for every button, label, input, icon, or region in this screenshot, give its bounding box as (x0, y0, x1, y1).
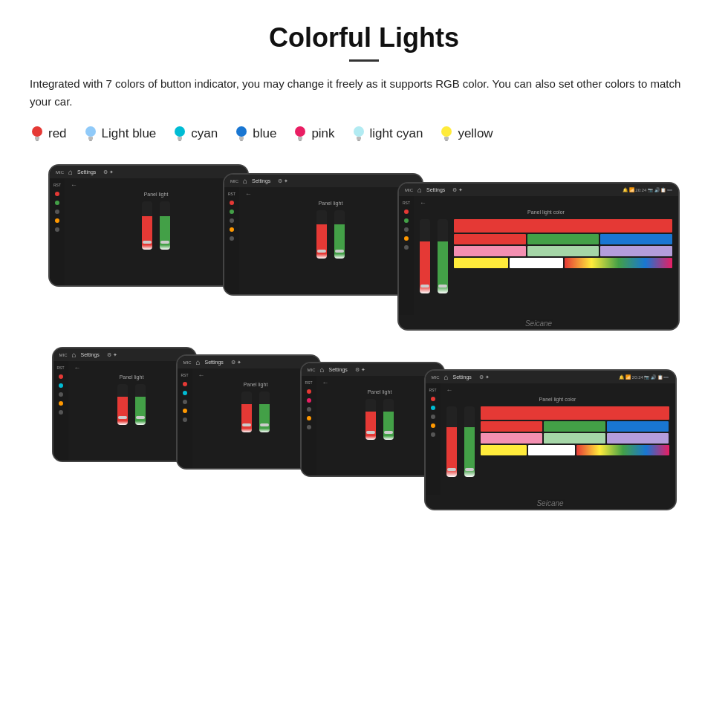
cell-red-b4[interactable] (481, 406, 669, 420)
slider-handle-red-3[interactable] (420, 285, 429, 288)
back-arrow-1: ← (71, 181, 241, 189)
dot-g2-b4 (431, 432, 435, 437)
dot-o-b4 (431, 423, 435, 428)
status-time-b4: 🔔 📶 20:24 📷 🔊 📋 ➖ (619, 374, 669, 380)
dot-o-b2 (183, 409, 187, 413)
settings-b2: Settings (205, 360, 224, 365)
green-slider-b3[interactable] (383, 399, 394, 440)
slider-handle-gb3[interactable] (384, 431, 393, 434)
sidebar-b3: RST (302, 376, 316, 475)
settings-label-2: Settings (252, 178, 270, 184)
panel-color-content (420, 219, 672, 293)
panel-label-1: Panel light (71, 192, 241, 197)
cell-green[interactable] (527, 234, 599, 244)
cell-rainbow-b4[interactable] (576, 445, 669, 455)
yellow-bulb-icon (439, 124, 454, 143)
device-top-1: MIC ⌂ Settings ⚙ ✦ RST ← (48, 164, 249, 287)
red-slider-1[interactable] (142, 201, 152, 250)
red-slider-b1[interactable] (117, 384, 128, 425)
sliders-2 (245, 210, 416, 259)
mic-b3: MIC (308, 368, 316, 372)
dot-g2-b3 (307, 425, 311, 429)
slider-handle-red-1[interactable] (143, 241, 152, 244)
dot-gray-3 (404, 227, 409, 232)
color-row-b4-2 (481, 421, 669, 432)
color-item-yellow: yellow (439, 124, 493, 143)
color-label-pink: pink (311, 126, 334, 141)
slider-handle-green-2[interactable] (335, 250, 344, 253)
cell-green-b4[interactable] (544, 421, 605, 432)
color-grid-b4 (481, 406, 669, 477)
slider-handle-green-3[interactable] (438, 285, 447, 288)
cell-red2-b4[interactable] (481, 421, 542, 432)
green-slider-3[interactable] (438, 219, 448, 293)
cell-blue[interactable] (600, 234, 672, 244)
sidebar-b2: RST (178, 368, 192, 468)
settings-label-3: Settings (426, 187, 445, 192)
cell-red[interactable] (454, 234, 526, 244)
cell-lightgreen-b4[interactable] (544, 433, 605, 444)
slider-handle-rb1[interactable] (118, 416, 127, 419)
device-bot-3: MIC ⌂ Settings ⚙ ✦ RST ← (300, 362, 445, 477)
svg-rect-20 (445, 140, 448, 141)
back-arrow-b2: ← (198, 371, 313, 379)
svg-rect-10 (239, 137, 244, 140)
mic-label-2: MIC (230, 179, 238, 184)
panel-label-3: Panel light color (420, 210, 672, 215)
cell-rainbow[interactable] (565, 258, 672, 268)
slider-handle-green-1[interactable] (160, 241, 169, 244)
slider-handle-gb1[interactable] (136, 416, 145, 419)
cell-pink-light[interactable] (454, 246, 526, 256)
slider-handle-gb4[interactable] (465, 468, 474, 471)
slider-handle-rb3[interactable] (366, 431, 375, 434)
color-label-lightcyan: light cyan (370, 126, 423, 141)
cell-green-light[interactable] (527, 246, 599, 256)
topbar-3: MIC ⌂ Settings ⚙ ✦ 🔔 📶 20:24 📷 🔊 📋 ➖ (399, 184, 678, 196)
dot-o-b1 (59, 401, 63, 406)
color-item-red: red (30, 124, 67, 143)
green-slider-b4[interactable] (464, 406, 475, 477)
red-slider-2[interactable] (316, 210, 327, 259)
green-slider-1[interactable] (160, 201, 170, 250)
dot-green-3 (404, 218, 409, 223)
sidebar-b1: RST (53, 361, 68, 461)
slider-handle-rb2[interactable] (242, 423, 251, 426)
settings-b4: Settings (453, 374, 472, 380)
back-arrow-b3: ← (322, 379, 438, 386)
panel-color-content-b4 (446, 406, 669, 477)
icons-b2: ⚙ ✦ (231, 360, 241, 366)
cell-yellow[interactable] (454, 258, 508, 268)
color-row-1 (454, 219, 672, 233)
cell-purple-light[interactable] (600, 246, 672, 256)
dot-g-b2 (183, 400, 187, 404)
svg-rect-19 (444, 137, 449, 140)
cell-red-wide[interactable] (454, 219, 672, 233)
cell-white-b4[interactable] (528, 445, 575, 455)
green-slider-b1[interactable] (135, 384, 146, 425)
svg-point-3 (85, 126, 96, 137)
slider-handle-gb2[interactable] (260, 423, 269, 426)
green-slider-2[interactable] (334, 210, 345, 259)
dot-red-1 (55, 192, 59, 196)
icons-b4: ⚙ ✦ (479, 374, 490, 380)
slider-handle-red-2[interactable] (317, 250, 326, 253)
pink-bulb-icon (293, 124, 308, 143)
cell-white[interactable] (510, 258, 564, 268)
mic-b4: MIC (432, 375, 440, 380)
cell-pink-b4[interactable] (481, 433, 542, 444)
cell-blue-b4[interactable] (607, 421, 669, 432)
page-description: Integrated with 7 colors of button indic… (30, 75, 698, 111)
cell-yellow-b4[interactable] (481, 445, 527, 455)
topbar-b4: MIC ⌂ Settings ⚙ ✦ 🔔 📶 20:24 📷 🔊 📋 ➖ (426, 371, 675, 383)
slider-handle-rb4[interactable] (447, 468, 456, 471)
cell-purple-b4[interactable] (607, 433, 669, 444)
color-label-yellow: yellow (458, 126, 493, 141)
settings-b1: Settings (81, 352, 100, 357)
red-slider-b2[interactable] (241, 392, 252, 432)
red-slider-3[interactable] (420, 219, 430, 293)
green-slider-b2[interactable] (259, 392, 270, 432)
red-slider-b3[interactable] (365, 399, 376, 440)
settings-icons-3: ⚙ ✦ (452, 187, 463, 193)
red-slider-b4[interactable] (446, 406, 457, 477)
sidebar-1: RST (50, 178, 65, 285)
